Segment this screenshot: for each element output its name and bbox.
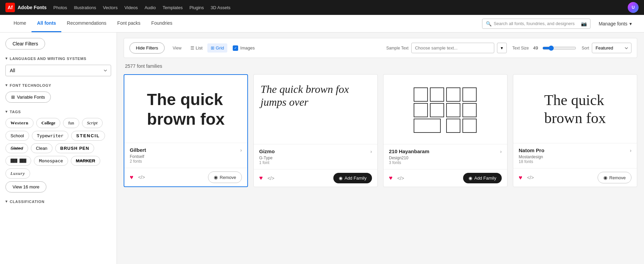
hayanbaram-chevron[interactable]: › [500, 149, 502, 154]
natom-count: 18 fonts [519, 159, 631, 164]
view-label: View [173, 46, 182, 50]
nav-plugins[interactable]: Plugins [189, 5, 204, 10]
font-preview-gizmo: The quick brown fox jumps over [254, 75, 377, 144]
box-4 [462, 87, 477, 102]
natom-heart-icon[interactable]: ♥ [519, 174, 522, 181]
sidebar: Clear Filters ▾ LANGUAGES AND WRITING SY… [0, 33, 117, 264]
images-checkbox[interactable]: ✓ [233, 45, 238, 51]
nav-audio[interactable]: Audio [145, 5, 156, 10]
sample-text-input[interactable] [411, 43, 494, 53]
tag-luxury[interactable]: Luxury [5, 168, 30, 179]
nav-videos[interactable]: Videos [124, 5, 138, 10]
sec-nav-foundries[interactable]: Foundries [146, 15, 178, 32]
font-card-gizmo: The quick brown fox jumps over Gizmo › G… [253, 74, 378, 187]
tag-school[interactable]: School [5, 131, 29, 141]
chevron-down-icon: ▾ [5, 56, 8, 61]
add-icon: ◉ [469, 176, 472, 181]
gizmo-chevron[interactable]: › [370, 149, 372, 154]
font-count: 2577 font families [124, 63, 637, 69]
adobe-fonts-logo-icon: Af [5, 3, 15, 12]
search-input[interactable] [494, 21, 579, 26]
natom-code-icon[interactable]: </> [525, 174, 536, 182]
manage-fonts-button[interactable]: Manage fonts ▾ [595, 19, 636, 28]
nav-templates[interactable]: Templates [163, 5, 183, 10]
hayanbaram-heart-icon[interactable]: ♥ [389, 175, 393, 182]
hayanbaram-add-button[interactable]: ◉ Add Family [463, 173, 502, 183]
font-preview-hayanbaram [383, 75, 507, 144]
gilbert-remove-button[interactable]: ◉ Remove [208, 171, 242, 183]
gizmo-name-row: Gizmo › [259, 148, 372, 154]
sort-dropdown[interactable]: Featured Newest Most Popular Name (A-Z) [592, 43, 631, 53]
sec-nav-recommendations[interactable]: Recommendations [61, 15, 112, 32]
gizmo-heart-icon[interactable]: ♥ [259, 175, 263, 182]
text-size-value: 49 [532, 45, 540, 50]
search-box: 🔍 📷 [482, 19, 590, 29]
view-options: ☰ List ⊞ Grid [187, 43, 228, 53]
tag-typewriter[interactable]: Typewriter [32, 131, 68, 141]
classification-header[interactable]: ▾ CLASSIFICATION [5, 199, 111, 204]
gizmo-info: Gizmo › G-Type 1 font [254, 144, 377, 169]
sec-nav-all-fonts[interactable]: All fonts [32, 15, 61, 32]
tag-clean[interactable]: Clean [31, 143, 53, 153]
list-view-button[interactable]: ☰ List [187, 43, 206, 53]
text-size-slider[interactable] [542, 45, 576, 51]
tag-marker[interactable]: MARKER [71, 156, 100, 166]
tag-fun[interactable]: fun [63, 118, 79, 128]
sec-nav-right: 🔍 📷 Manage fonts ▾ [482, 19, 636, 29]
tag-western[interactable]: Western [5, 118, 34, 128]
tags-section: ▾ TAGS Western College fun Script School… [5, 109, 111, 192]
tag-monospace[interactable]: Monospace [34, 156, 68, 166]
nav-vectors[interactable]: Vectors [103, 5, 118, 10]
box-10 [446, 119, 460, 133]
natom-chevron[interactable]: › [630, 148, 631, 153]
gizmo-add-button[interactable]: ◉ Add Family [333, 173, 372, 183]
top-nav-links: Photos Illustrations Vectors Videos Audi… [54, 5, 231, 10]
gilbert-chevron[interactable]: › [240, 147, 242, 153]
grid-view-button[interactable]: ⊞ Grid [207, 43, 228, 53]
variable-fonts-button[interactable]: ⊞ Variable Fonts [5, 92, 51, 103]
natom-remove-button[interactable]: ◉ Remove [598, 172, 631, 183]
sample-text-dropdown-button[interactable]: ▾ [497, 43, 507, 53]
sec-nav-links: Home All fonts Recommendations Font pack… [8, 15, 178, 32]
hayanbaram-count: 3 fonts [389, 160, 502, 165]
sec-nav-home[interactable]: Home [8, 15, 32, 32]
tag-college[interactable]: College [36, 118, 60, 128]
camera-icon[interactable]: 📷 [581, 21, 587, 26]
sec-nav-font-packs[interactable]: Font packs [112, 15, 146, 32]
gizmo-preview-text: The quick brown fox jumps over [261, 83, 371, 109]
nav-illustrations[interactable]: Illustrations [74, 5, 96, 10]
logo[interactable]: Af Adobe Fonts [5, 3, 47, 12]
gilbert-foundry: Fontself [130, 154, 242, 159]
chevron-down-icon: ▾ [5, 109, 8, 114]
tag-pixel[interactable]: ▓▓▓ ▓▓▓ [5, 156, 31, 166]
gizmo-actions: ♥ </> ◉ Add Family [254, 169, 377, 187]
view-more-button[interactable]: View 16 more [5, 181, 46, 192]
font-technology-label: FONT TECHNOLOGY [10, 83, 51, 87]
hayanbaram-code-icon[interactable]: </> [395, 174, 406, 182]
tags-section-header[interactable]: ▾ TAGS [5, 109, 111, 114]
languages-section-header[interactable]: ▾ LANGUAGES AND WRITING SYSTEMS [5, 56, 111, 61]
natom-info: Natom Pro › Mostardesign 18 fonts [513, 143, 637, 168]
content-area: Hide Filters View ☰ List ⊞ Grid ✓ Images [117, 33, 644, 264]
clear-filters-button[interactable]: Clear Filters [5, 38, 45, 49]
chevron-down-icon: ▾ [629, 21, 632, 26]
tag-stencil[interactable]: STENCIL [71, 131, 105, 141]
box-1 [414, 87, 428, 102]
user-avatar[interactable]: U [628, 2, 639, 13]
gizmo-code-icon[interactable]: </> [266, 174, 276, 182]
nav-3dassets[interactable]: 3D Assets [211, 5, 231, 10]
gilbert-code-icon[interactable]: </> [136, 173, 147, 181]
toolbar: Hide Filters View ☰ List ⊞ Grid ✓ Images [124, 38, 637, 58]
nav-photos[interactable]: Photos [54, 5, 67, 10]
tag-slated[interactable]: Slated [5, 143, 28, 153]
tag-script[interactable]: Script [82, 118, 103, 128]
hide-filters-button[interactable]: Hide Filters [129, 42, 165, 54]
natom-name-row: Natom Pro › [519, 147, 631, 153]
gilbert-heart-icon[interactable]: ♥ [130, 174, 133, 181]
images-toggle[interactable]: ✓ Images [233, 45, 255, 51]
tag-brush[interactable]: BRUSH PEN [55, 143, 95, 153]
add-icon: ◉ [339, 176, 342, 181]
font-technology-header[interactable]: ▾ FONT TECHNOLOGY [5, 83, 111, 87]
languages-section: ▾ LANGUAGES AND WRITING SYSTEMS All Lati… [5, 56, 111, 76]
language-select[interactable]: All Latin Cyrillic Greek Arabic Hebrew C… [5, 65, 111, 76]
